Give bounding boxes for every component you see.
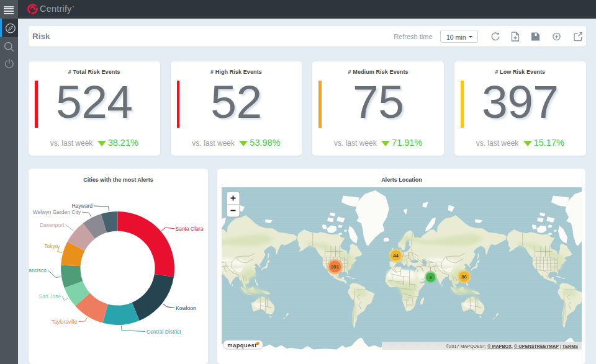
svg-text:86: 86 — [461, 274, 467, 280]
svg-text:©2017 MAPQUEST, © MAPBOX, © OP: ©2017 MAPQUEST, © MAPBOX, © OPENSTREETMA… — [446, 344, 578, 349]
svg-text:Taylorsville: Taylorsville — [52, 319, 78, 325]
svg-text:Central District: Central District — [147, 329, 181, 335]
svg-text:Welwyn Garden City: Welwyn Garden City — [33, 209, 81, 215]
svg-text:Hayward: Hayward — [71, 203, 93, 209]
svg-text:3: 3 — [429, 275, 432, 280]
svg-text:San Jose: San Jose — [39, 293, 61, 300]
svg-text:San Francisco: San Francisco — [29, 267, 47, 273]
svg-text:Davenport: Davenport — [40, 222, 65, 228]
svg-text:mapquest: mapquest — [227, 342, 257, 348]
svg-text:Tokyo: Tokyo — [44, 243, 58, 249]
svg-text:391: 391 — [331, 264, 340, 270]
svg-text:Kowloon: Kowloon — [176, 305, 196, 311]
svg-text:44: 44 — [393, 253, 399, 259]
svg-text:Santa Clara: Santa Clara — [176, 226, 204, 232]
